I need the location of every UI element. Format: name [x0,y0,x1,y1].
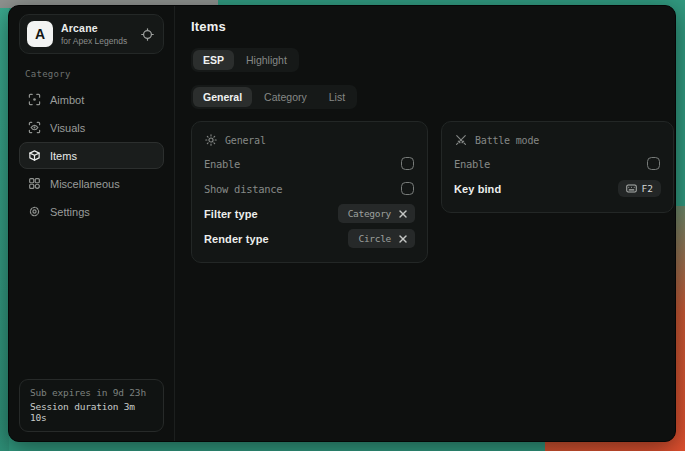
crosshair-target-icon[interactable] [141,28,154,41]
setting-row-key-bind: Key bind F2 [454,176,661,201]
sidebar: A Arcane for Apex Legends Category [9,6,175,441]
render-type-select[interactable]: Circle [348,229,415,248]
gear-icon [28,205,41,218]
sidebar-item-label: Visuals [50,122,85,134]
eye-scan-icon [28,121,41,134]
tab-general[interactable]: General [193,87,252,107]
grid-icon [28,177,41,190]
remove-icon[interactable] [399,235,407,243]
selected-value: Circle [358,233,391,244]
setting-label: Enable [204,158,240,170]
sidebar-item-visuals[interactable]: Visuals [19,114,164,141]
sun-icon [205,134,217,146]
app-title: Arcane [61,22,133,34]
filter-type-select[interactable]: Category [338,204,415,223]
setting-row-filter-type: Filter type Category [204,201,415,226]
key-bind-value: F2 [642,183,653,194]
tab-list[interactable]: List [319,87,355,107]
setting-label: Key bind [454,183,501,195]
sidebar-item-settings[interactable]: Settings [19,198,164,225]
setting-row-enable: Enable [204,151,415,176]
panels-row: General Enable Show distance Filter type… [191,121,674,263]
battle-enable-checkbox[interactable] [647,157,660,170]
sidebar-section-label: Category [25,69,164,79]
brand-card[interactable]: A Arcane for Apex Legends [19,14,164,54]
swords-icon [455,134,467,146]
panel-battle-mode: Battle mode Enable Key bind [441,121,674,213]
sidebar-item-aimbot[interactable]: Aimbot [19,86,164,113]
app-subtitle: for Apex Legends [61,36,133,46]
tab-esp[interactable]: ESP [193,50,234,70]
tab-highlight[interactable]: Highlight [236,50,297,70]
key-bind-button[interactable]: F2 [618,180,661,197]
keyboard-icon [626,184,637,193]
tab-category[interactable]: Category [254,87,317,107]
crosshair-scan-icon [28,93,41,106]
sidebar-item-miscellaneous[interactable]: Miscellaneous [19,170,164,197]
sub-expires-text: Sub expires in 9d 23h [30,387,153,398]
sidebar-item-label: Items [50,150,77,162]
show-distance-checkbox[interactable] [401,182,414,195]
panel-battle-mode-header: Battle mode [455,134,661,146]
setting-label: Filter type [204,208,258,220]
main-content: Items ESP Highlight General Category Lis… [175,6,676,441]
app-window: A Arcane for Apex Legends Category [8,5,676,442]
panel-title: General [225,135,266,146]
setting-row-enable: Enable [454,151,661,176]
sidebar-item-label: Miscellaneous [50,178,120,190]
setting-row-show-distance: Show distance [204,176,415,201]
panel-general: General Enable Show distance Filter type… [191,121,428,263]
brand-text: Arcane for Apex Legends [61,22,133,46]
session-duration-text: Session duration 3m 10s [30,401,153,423]
view-tab-group: General Category List [191,85,357,109]
panel-general-header: General [205,134,415,146]
panel-title: Battle mode [475,135,539,146]
mode-tab-group: ESP Highlight [191,48,299,72]
sidebar-item-items[interactable]: Items [19,142,164,169]
setting-label: Render type [204,233,269,245]
sidebar-item-label: Settings [50,206,90,218]
enable-checkbox[interactable] [401,157,414,170]
setting-row-render-type: Render type Circle [204,226,415,251]
app-logo: A [27,21,53,47]
remove-icon[interactable] [399,210,407,218]
setting-label: Show distance [204,183,282,195]
selected-value: Category [348,208,391,219]
subscription-status-card: Sub expires in 9d 23h Session duration 3… [19,379,164,432]
setting-label: Enable [454,158,490,170]
page-title: Items [191,19,674,34]
package-icon [28,149,41,162]
sidebar-item-label: Aimbot [50,94,84,106]
